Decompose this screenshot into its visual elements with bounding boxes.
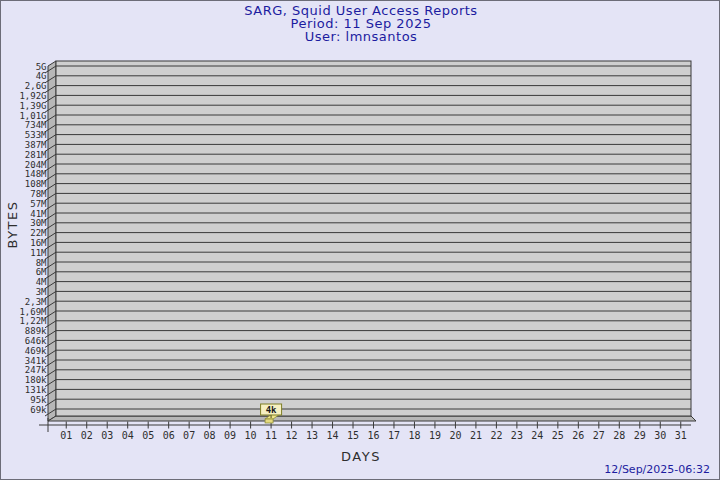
y-tick-label: 2,3M — [25, 297, 47, 307]
y-tick-label: 22M — [30, 228, 47, 238]
x-tick-label: 29 — [634, 430, 646, 441]
y-tick-label: 2,6G — [25, 81, 47, 91]
x-tick-label: 04 — [122, 430, 134, 441]
y-tick-label: 1,69M — [19, 307, 47, 317]
sarg-report-window: SARG, Squid User Access Reports Period: … — [0, 0, 720, 480]
y-tick-label: 148M — [25, 169, 47, 179]
x-tick-label: 06 — [163, 430, 175, 441]
y-tick-label: 8M — [36, 258, 47, 268]
x-tick-label: 21 — [470, 430, 482, 441]
y-tick-label: 30M — [30, 218, 47, 228]
y-tick-label: 247k — [25, 365, 47, 375]
x-tick-label: 18 — [408, 430, 420, 441]
bar-value-label: 4k — [266, 405, 277, 415]
x-tick-label: 14 — [327, 430, 339, 441]
y-tick-label: 1,39G — [19, 101, 46, 111]
y-tick-label: 69k — [30, 405, 47, 415]
x-tick-label: 03 — [101, 430, 113, 441]
x-tick-label: 19 — [429, 430, 441, 441]
y-tick-label: 1,22M — [19, 316, 47, 326]
x-tick-label: 31 — [675, 430, 687, 441]
plot-floor — [48, 416, 696, 421]
x-tick-label: 09 — [224, 430, 236, 441]
y-tick-label: 11M — [30, 248, 47, 258]
x-tick-label: 24 — [531, 430, 543, 441]
y-tick-label: 387M — [25, 140, 47, 150]
y-tick-label: 889k — [25, 326, 47, 336]
y-tick-label: 16M — [30, 238, 47, 248]
y-tick-label: 78M — [30, 189, 47, 199]
x-tick-label: 26 — [572, 430, 584, 441]
y-tick-label: 95k — [30, 395, 47, 405]
x-tick-label: 02 — [81, 430, 93, 441]
x-tick-label: 08 — [204, 430, 216, 441]
y-tick-label: 281M — [25, 150, 47, 160]
x-tick-label: 25 — [552, 430, 564, 441]
x-tick-label: 17 — [388, 430, 400, 441]
x-tick-label: 28 — [613, 430, 625, 441]
plot-area — [56, 61, 691, 416]
plot-left-wall — [48, 61, 56, 421]
bar-front-day-11 — [265, 419, 273, 423]
x-axis-title: DAYS — [311, 449, 411, 464]
x-tick-label: 10 — [245, 430, 257, 441]
y-tick-label: 57M — [30, 199, 47, 209]
y-tick-label: 180k — [25, 375, 47, 385]
y-tick-label: 4M — [36, 277, 47, 287]
y-tick-label: 341k — [25, 356, 47, 366]
x-tick-label: 07 — [183, 430, 195, 441]
y-tick-label: 5G — [36, 62, 47, 72]
y-tick-label: 734M — [25, 120, 47, 130]
y-tick-label: 41M — [30, 209, 47, 219]
generated-timestamp: 12/Sep/2025-06:32 — [604, 463, 710, 476]
x-tick-label: 16 — [367, 430, 379, 441]
y-tick-label: 4G — [36, 71, 47, 81]
x-tick-label: 13 — [306, 430, 318, 441]
y-tick-label: 204M — [25, 160, 47, 170]
chart-canvas: 5G4G2,6G1,92G1,39G1,01G734M533M387M281M2… — [1, 1, 720, 480]
y-tick-label: 533M — [25, 130, 47, 140]
x-tick-label: 27 — [593, 430, 605, 441]
x-tick-label: 20 — [449, 430, 461, 441]
x-tick-label: 11 — [265, 430, 277, 441]
x-tick-label: 30 — [654, 430, 666, 441]
x-tick-label: 23 — [511, 430, 523, 441]
y-tick-label: 131k — [25, 385, 47, 395]
x-tick-label: 05 — [142, 430, 154, 441]
y-tick-label: 6M — [36, 267, 47, 277]
y-tick-label: 646k — [25, 336, 47, 346]
y-tick-label: 108M — [25, 179, 47, 189]
y-tick-label: 1,01G — [19, 111, 46, 121]
x-tick-label: 12 — [286, 430, 298, 441]
y-tick-label: 469k — [25, 346, 47, 356]
x-tick-label: 01 — [60, 430, 72, 441]
y-tick-label: 3M — [36, 287, 47, 297]
y-tick-label: 1,92G — [19, 91, 46, 101]
x-tick-label: 15 — [347, 430, 359, 441]
x-tick-label: 22 — [490, 430, 502, 441]
